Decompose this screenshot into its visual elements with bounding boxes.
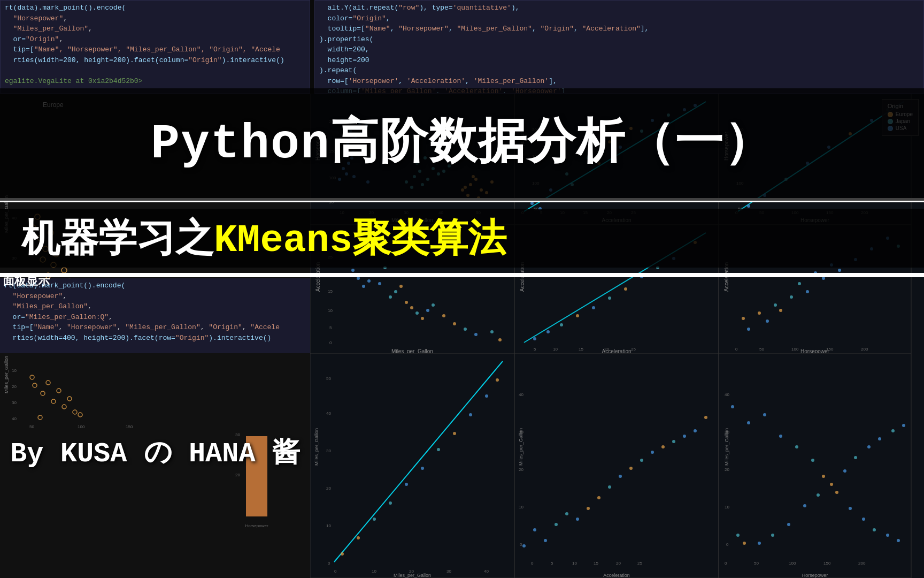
svg-point-213: [51, 399, 56, 404]
svg-text:10: 10: [328, 308, 333, 313]
code-panel-left: rt(data).mark_point().encode( "Horsepowe…: [0, 0, 310, 94]
svg-point-215: [62, 405, 66, 409]
svg-text:Acceleration: Acceleration: [603, 573, 630, 578]
svg-text:20: 20: [519, 467, 523, 472]
svg-text:0: 0: [725, 561, 727, 566]
svg-point-239: [373, 518, 376, 521]
svg-rect-233: [310, 353, 514, 578]
svg-point-326: [854, 456, 857, 459]
svg-point-328: [878, 437, 881, 440]
svg-point-273: [651, 451, 654, 454]
svg-point-146: [779, 309, 782, 312]
svg-point-267: [587, 507, 590, 510]
svg-point-303: [886, 534, 889, 537]
svg-text:100: 100: [78, 424, 85, 429]
svg-point-299: [835, 491, 838, 494]
svg-point-247: [496, 378, 499, 382]
svg-point-116: [453, 322, 456, 325]
svg-point-124: [560, 323, 563, 326]
svg-point-276: [683, 435, 686, 438]
svg-text:5: 5: [534, 347, 536, 352]
svg-point-118: [474, 333, 478, 336]
title-overlay: Python高阶数据分析（一）: [0, 88, 924, 201]
charts-bottom-right: 0 10 20 30 40 50 0 10 20 30 40 Miles_per…: [310, 353, 924, 578]
svg-point-329: [891, 429, 895, 432]
svg-point-127: [608, 296, 611, 300]
svg-point-139: [838, 269, 841, 272]
author-text: By KUSA の HANA 酱: [10, 434, 300, 471]
svg-point-104: [378, 282, 381, 285]
svg-point-86: [747, 204, 750, 208]
svg-point-137: [806, 290, 809, 293]
svg-text:Horsepower: Horsepower: [245, 523, 268, 528]
svg-text:150: 150: [826, 347, 834, 352]
svg-point-237: [341, 552, 344, 556]
svg-point-106: [389, 295, 392, 299]
svg-point-214: [57, 389, 61, 393]
svg-point-295: [779, 435, 782, 438]
charts-svg-bottom-right: 0 10 20 30 40 50 0 10 20 30 40 Miles_per…: [310, 353, 924, 578]
svg-point-277: [694, 429, 697, 432]
svg-point-219: [38, 415, 42, 420]
svg-point-298: [822, 475, 825, 478]
svg-text:10: 10: [725, 505, 729, 509]
svg-point-271: [629, 467, 633, 470]
svg-point-266: [576, 518, 579, 521]
svg-text:20: 20: [12, 384, 17, 389]
svg-point-133: [742, 317, 745, 320]
subtitle-yellow: KMeans聚类算法: [214, 219, 506, 263]
svg-point-274: [661, 445, 665, 448]
svg-point-114: [432, 303, 435, 307]
svg-point-268: [597, 496, 600, 499]
svg-point-112: [421, 317, 424, 320]
svg-point-318: [743, 542, 746, 545]
svg-point-113: [426, 309, 429, 312]
svg-text:10: 10: [326, 523, 331, 528]
svg-point-304: [897, 539, 900, 542]
svg-point-272: [640, 459, 643, 462]
svg-point-243: [437, 448, 440, 451]
svg-point-327: [867, 445, 871, 448]
svg-point-323: [817, 493, 820, 497]
svg-text:100: 100: [791, 347, 799, 352]
code-text-right: alt.Y(alt.repeat("row"), type='quantitat…: [319, 3, 919, 94]
svg-point-269: [608, 485, 611, 489]
svg-text:0: 0: [334, 569, 337, 574]
svg-point-325: [843, 469, 846, 473]
svg-text:20: 20: [725, 467, 729, 472]
svg-point-111: [415, 311, 419, 315]
svg-point-265: [565, 512, 568, 515]
svg-text:150: 150: [126, 424, 133, 429]
svg-point-238: [357, 536, 360, 539]
svg-point-102: [367, 279, 371, 283]
svg-text:Miles_per_Gallon: Miles_per_Gallon: [724, 428, 729, 466]
svg-point-319: [758, 542, 761, 545]
svg-text:5: 5: [551, 561, 553, 566]
svg-text:20: 20: [326, 486, 331, 491]
svg-text:5: 5: [329, 325, 332, 330]
svg-point-240: [389, 501, 392, 505]
svg-point-125: [576, 314, 579, 317]
svg-point-292: [731, 405, 734, 408]
svg-point-261: [522, 544, 526, 547]
svg-text:25: 25: [637, 561, 642, 566]
svg-text:200: 200: [861, 347, 868, 352]
svg-point-324: [830, 483, 833, 486]
svg-point-322: [803, 504, 806, 507]
svg-point-119: [490, 330, 494, 333]
svg-point-270: [619, 475, 622, 478]
svg-text:40: 40: [725, 392, 729, 397]
svg-point-211: [41, 391, 45, 396]
svg-rect-235: [719, 353, 911, 578]
svg-point-301: [862, 518, 865, 521]
svg-text:20: 20: [235, 473, 240, 477]
svg-point-128: [624, 287, 627, 291]
svg-point-216: [67, 397, 72, 401]
svg-text:40: 40: [326, 411, 331, 416]
subtitle-white: 机器学习之KMeans聚类算法: [21, 212, 506, 264]
svg-point-262: [533, 528, 536, 531]
svg-text:50: 50: [754, 561, 759, 566]
svg-point-147: [798, 282, 801, 285]
svg-point-278: [704, 416, 707, 419]
svg-text:25: 25: [631, 347, 636, 352]
